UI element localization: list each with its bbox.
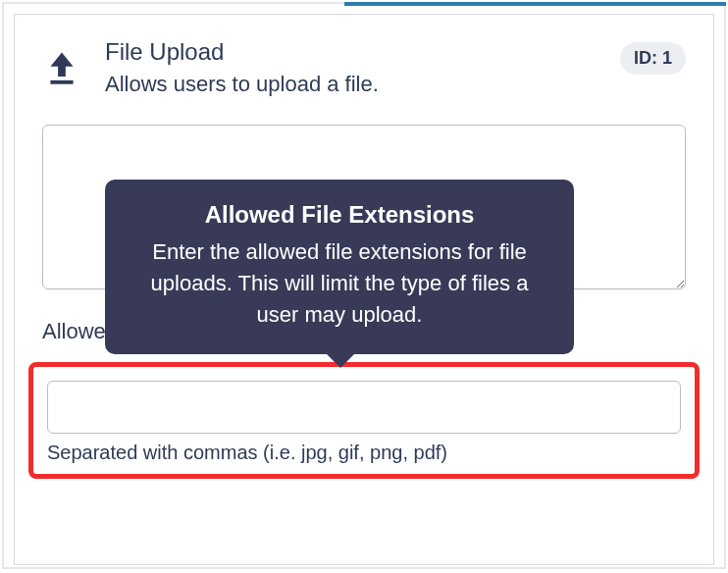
tooltip-arrow-icon bbox=[327, 354, 354, 368]
field-header-text: File Upload Allows users to upload a fil… bbox=[105, 38, 597, 97]
field-settings-card: File Upload Allows users to upload a fil… bbox=[14, 14, 714, 565]
active-tab-indicator bbox=[344, 2, 726, 6]
extensions-highlight-box: Separated with commas (i.e. jpg, gif, pn… bbox=[28, 362, 700, 479]
field-id-badge: ID: 1 bbox=[620, 42, 686, 75]
help-tooltip: Allowed File Extensions Enter the allowe… bbox=[105, 180, 574, 354]
field-header: File Upload Allows users to upload a fil… bbox=[42, 38, 686, 97]
upload-icon bbox=[42, 50, 81, 85]
field-description: Allows users to upload a file. bbox=[105, 72, 597, 97]
tooltip-title: Allowed File Extensions bbox=[132, 201, 546, 229]
settings-panel: File Upload Allows users to upload a fil… bbox=[2, 2, 726, 569]
svg-rect-0 bbox=[50, 80, 73, 84]
extensions-helper-text: Separated with commas (i.e. jpg, gif, pn… bbox=[47, 442, 681, 464]
extensions-input[interactable] bbox=[47, 381, 681, 434]
field-title: File Upload bbox=[105, 38, 597, 66]
tooltip-body: Enter the allowed file extensions for fi… bbox=[132, 236, 546, 331]
